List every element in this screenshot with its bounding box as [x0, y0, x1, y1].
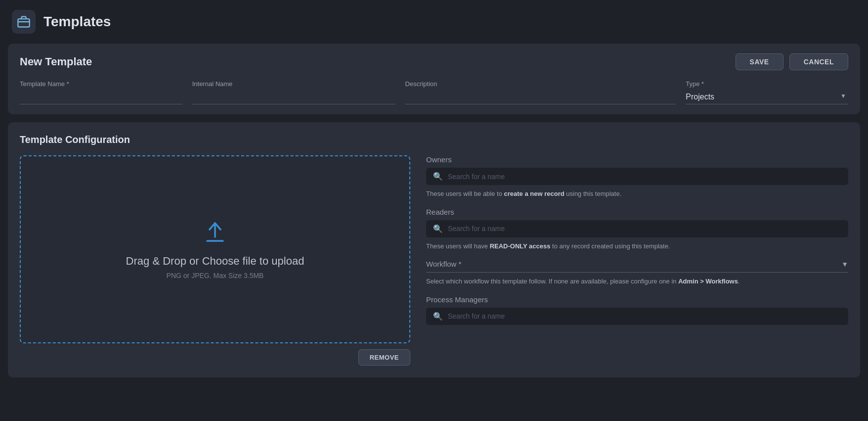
workflow-section: Workflow * ▼ Select which workflow this …: [426, 260, 848, 286]
upload-dropzone[interactable]: Drag & Drop or Choose file to upload PNG…: [20, 155, 410, 343]
owners-label: Owners: [426, 155, 848, 164]
top-bar: Templates: [0, 0, 868, 44]
svg-rect-0: [18, 19, 29, 27]
cancel-button[interactable]: CANCEL: [789, 53, 848, 70]
owners-section: Owners 🔍 These users will be able to cre…: [426, 155, 848, 199]
config-body: Drag & Drop or Choose file to upload PNG…: [20, 155, 848, 366]
type-label: Type *: [686, 80, 848, 88]
config-title: Template Configuration: [20, 134, 848, 145]
readers-search-input[interactable]: [448, 225, 841, 233]
readers-help-text: These users will have READ-ONLY access t…: [426, 241, 848, 251]
readers-label: Readers: [426, 208, 848, 216]
process-managers-label: Process Managers: [426, 295, 848, 304]
right-section: Owners 🔍 These users will be able to cre…: [426, 155, 848, 366]
internal-name-label: Internal Name: [192, 80, 395, 88]
workflow-help-text: Select which workflow this template foll…: [426, 277, 848, 286]
new-template-header: New Template SAVE CANCEL: [20, 53, 848, 70]
upload-drag-drop-text: Drag & Drop or Choose file to upload: [126, 255, 304, 268]
type-select[interactable]: Projects Tasks Issues: [686, 91, 848, 104]
process-managers-search-box[interactable]: 🔍: [426, 308, 848, 325]
workflow-chevron-icon[interactable]: ▼: [841, 260, 848, 268]
remove-btn-row: REMOVE: [20, 349, 410, 366]
workflow-label: Workflow *: [426, 260, 461, 268]
description-label: Description: [405, 80, 676, 88]
owners-search-box[interactable]: 🔍: [426, 168, 848, 185]
description-input[interactable]: [405, 91, 676, 104]
upload-section: Drag & Drop or Choose file to upload PNG…: [20, 155, 410, 366]
template-name-label: Template Name *: [20, 80, 182, 88]
save-button[interactable]: SAVE: [736, 53, 783, 70]
template-name-group: Template Name *: [20, 80, 182, 104]
owners-search-input[interactable]: [448, 173, 841, 181]
upload-format-text: PNG or JPEG. Max Size 3.5MB: [167, 272, 264, 280]
new-template-card: New Template SAVE CANCEL Template Name *…: [8, 44, 860, 114]
process-managers-section: Process Managers 🔍: [426, 295, 848, 325]
briefcase-icon: [17, 15, 31, 29]
internal-name-group: Internal Name: [192, 80, 395, 104]
header-buttons: SAVE CANCEL: [736, 53, 848, 70]
type-group: Type * Projects Tasks Issues ▼: [686, 80, 848, 104]
template-name-input[interactable]: [20, 91, 182, 104]
internal-name-input[interactable]: [192, 91, 395, 104]
config-card: Template Configuration Drag & Drop or Ch…: [8, 122, 860, 377]
page-title: Templates: [43, 14, 111, 30]
process-managers-search-icon: 🔍: [433, 312, 443, 321]
app-icon: [12, 10, 36, 34]
owners-help-text: These users will be able to create a new…: [426, 189, 848, 199]
form-fields-row: Template Name * Internal Name Descriptio…: [20, 80, 848, 104]
readers-section: Readers 🔍 These users will have READ-ONL…: [426, 208, 848, 251]
description-group: Description: [405, 80, 676, 104]
process-managers-search-input[interactable]: [448, 312, 841, 320]
remove-button[interactable]: REMOVE: [358, 349, 410, 366]
upload-icon: [202, 219, 228, 247]
owners-search-icon: 🔍: [433, 172, 443, 181]
workflow-row: Workflow * ▼: [426, 260, 848, 273]
type-select-wrapper: Projects Tasks Issues ▼: [686, 91, 848, 104]
new-template-title: New Template: [20, 55, 92, 68]
readers-search-box[interactable]: 🔍: [426, 220, 848, 237]
readers-search-icon: 🔍: [433, 224, 443, 234]
